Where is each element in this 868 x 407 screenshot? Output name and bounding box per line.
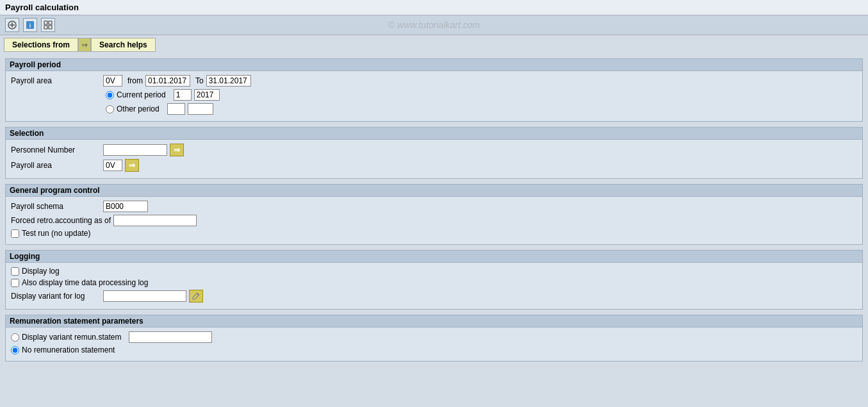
other-period-radio[interactable] xyxy=(106,105,114,113)
tab-selections-from[interactable]: Selections from xyxy=(4,38,78,52)
svg-rect-5 xyxy=(44,21,47,24)
svg-rect-8 xyxy=(49,26,52,29)
logging-section: Logging Display log Also display time da… xyxy=(5,250,863,310)
to-label: To xyxy=(195,76,204,85)
to-date-input[interactable] xyxy=(206,75,251,87)
also-display-row: Also display time data processing log xyxy=(11,278,857,287)
forced-retro-input[interactable] xyxy=(113,215,197,226)
payroll-area-row: Payroll area from To xyxy=(11,75,857,87)
payroll-period-body: Payroll area from To Current period Othe… xyxy=(6,71,862,121)
current-period-radio[interactable] xyxy=(106,91,114,99)
test-run-row: Test run (no update) xyxy=(11,229,857,238)
display-variant-log-row: Display variant for log xyxy=(11,290,857,303)
no-remuneration-radio-label[interactable]: No remuneration statement xyxy=(11,345,115,354)
current-period-label: Current period xyxy=(117,90,166,99)
current-period-row: Current period xyxy=(106,89,857,101)
payroll-area-input[interactable] xyxy=(103,75,122,87)
main-content: Payroll period Payroll area from To Curr… xyxy=(0,54,868,370)
other-period-radio-label[interactable]: Other period xyxy=(106,104,160,113)
watermark: © www.tutorialkart.com xyxy=(388,20,480,30)
personnel-number-row: Personnel Number ⇒ xyxy=(11,144,857,156)
from-date-input[interactable] xyxy=(145,75,190,87)
display-variant-edit-btn[interactable] xyxy=(189,290,203,303)
selection-payroll-area-input[interactable] xyxy=(103,160,122,171)
selection-header: Selection xyxy=(6,128,862,140)
payroll-period-section: Payroll period Payroll area from To Curr… xyxy=(5,58,863,122)
display-log-checkbox[interactable] xyxy=(11,267,19,276)
other-period-year-input[interactable] xyxy=(188,103,213,115)
current-period-radio-label[interactable]: Current period xyxy=(106,90,166,99)
remuneration-header: Remuneration statement parameters xyxy=(6,315,862,328)
personnel-search-btn[interactable]: ⇒ xyxy=(170,144,184,156)
general-program-control-header: General program control xyxy=(6,185,862,197)
toolbar-btn-1[interactable] xyxy=(5,18,19,32)
selection-payroll-area-row: Payroll area ⇒ xyxy=(11,159,857,172)
general-program-control-body: Payroll schema Forced retro.accounting a… xyxy=(6,197,862,244)
forced-retro-row: Forced retro.accounting as of xyxy=(11,215,857,226)
also-display-checkbox[interactable] xyxy=(11,279,19,287)
selection-body: Personnel Number ⇒ Payroll area ⇒ xyxy=(6,140,862,178)
remuneration-section: Remuneration statement parameters Displa… xyxy=(5,315,863,361)
no-remuneration-text: No remuneration statement xyxy=(22,345,115,354)
toolbar-btn-2[interactable]: i xyxy=(23,18,37,32)
current-period-year-input[interactable] xyxy=(194,89,220,101)
tab-bar: Selections from ⇒ Search helps xyxy=(0,35,868,54)
test-run-checkbox[interactable] xyxy=(11,229,19,238)
personnel-number-input[interactable] xyxy=(103,144,167,156)
payroll-area-search-icon: ⇒ xyxy=(129,161,135,170)
toolbar-btn-3[interactable] xyxy=(41,18,55,32)
display-log-row: Display log xyxy=(11,267,857,276)
tab-search-helps[interactable]: Search helps xyxy=(91,38,156,52)
from-label: from xyxy=(127,76,143,85)
payroll-area-search-btn[interactable]: ⇒ xyxy=(125,159,139,172)
payroll-area-label: Payroll area xyxy=(11,76,101,85)
also-display-label[interactable]: Also display time data processing log xyxy=(11,278,148,287)
display-variant-remun-radio[interactable] xyxy=(11,333,19,342)
page-title: Payroll calculation xyxy=(5,3,79,12)
display-log-label[interactable]: Display log xyxy=(11,267,60,276)
also-display-text: Also display time data processing log xyxy=(22,278,148,287)
personnel-number-label: Personnel Number xyxy=(11,145,101,154)
no-remuneration-row: No remuneration statement xyxy=(11,345,857,354)
test-run-label: Test run (no update) xyxy=(22,229,90,238)
forced-retro-label: Forced retro.accounting as of xyxy=(11,216,111,225)
current-period-num-input[interactable] xyxy=(174,89,192,101)
other-period-label: Other period xyxy=(117,104,160,113)
logging-header: Logging xyxy=(6,251,862,263)
display-log-text: Display log xyxy=(22,267,60,276)
logging-body: Display log Also display time data proce… xyxy=(6,263,862,309)
svg-rect-6 xyxy=(49,21,52,24)
payroll-schema-input[interactable] xyxy=(103,201,148,212)
display-variant-log-input[interactable] xyxy=(103,290,186,302)
other-period-row: Other period xyxy=(106,103,857,115)
other-period-num-input[interactable] xyxy=(167,103,185,115)
display-variant-remun-row: Display variant remun.statem xyxy=(11,331,857,343)
personnel-search-icon: ⇒ xyxy=(174,145,180,154)
remuneration-body: Display variant remun.statem No remunera… xyxy=(6,328,862,361)
no-remuneration-radio[interactable] xyxy=(11,346,19,354)
selection-section: Selection Personnel Number ⇒ Payroll are… xyxy=(5,127,863,179)
display-variant-remun-text: Display variant remun.statem xyxy=(22,333,121,342)
svg-rect-7 xyxy=(44,26,47,29)
display-variant-remun-input[interactable] xyxy=(129,331,212,343)
pencil-icon xyxy=(192,292,201,301)
display-variant-remun-radio-label[interactable]: Display variant remun.statem xyxy=(11,333,121,342)
toolbar: i © www.tutorialkart.com xyxy=(0,15,868,35)
svg-text:i: i xyxy=(29,22,31,29)
payroll-schema-row: Payroll schema xyxy=(11,201,857,212)
test-run-checkbox-label[interactable]: Test run (no update) xyxy=(11,229,90,238)
payroll-period-header: Payroll period xyxy=(6,59,862,71)
tab-arrow[interactable]: ⇒ xyxy=(78,38,91,52)
selection-payroll-area-label: Payroll area xyxy=(11,161,101,170)
payroll-schema-label: Payroll schema xyxy=(11,202,101,211)
general-program-control-section: General program control Payroll schema F… xyxy=(5,184,863,245)
display-variant-log-label: Display variant for log xyxy=(11,292,101,301)
title-bar: Payroll calculation xyxy=(0,0,868,15)
